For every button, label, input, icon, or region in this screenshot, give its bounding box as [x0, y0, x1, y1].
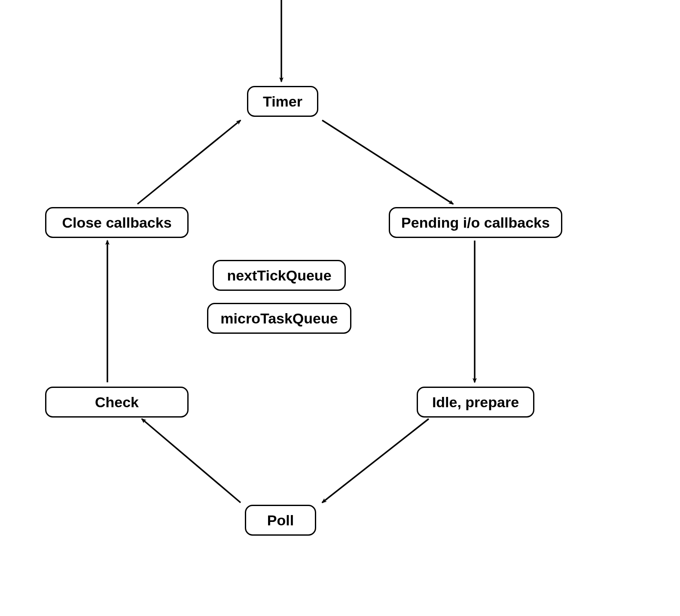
node-idle: Idle, prepare: [417, 387, 534, 418]
node-close: Close callbacks: [45, 207, 189, 238]
node-check: Check: [45, 387, 189, 418]
node-poll: Poll: [245, 505, 316, 536]
arrow-timer-to-pending: [322, 120, 453, 204]
node-nexttick-label: nextTickQueue: [227, 267, 331, 284]
node-pending: Pending i/o callbacks: [389, 207, 562, 238]
node-timer: Timer: [247, 86, 318, 117]
node-microtask-label: microTaskQueue: [220, 310, 338, 327]
node-microtask: microTaskQueue: [207, 303, 351, 334]
node-check-label: Check: [95, 394, 139, 411]
node-idle-label: Idle, prepare: [432, 394, 519, 411]
arrow-poll-to-check: [142, 419, 241, 503]
arrow-close-to-timer: [137, 120, 241, 204]
node-pending-label: Pending i/o callbacks: [401, 214, 550, 231]
node-timer-label: Timer: [263, 93, 302, 110]
node-poll-label: Poll: [267, 512, 294, 529]
node-close-label: Close callbacks: [62, 214, 171, 231]
arrow-idle-to-poll: [322, 419, 429, 503]
node-nexttick: nextTickQueue: [213, 260, 346, 291]
